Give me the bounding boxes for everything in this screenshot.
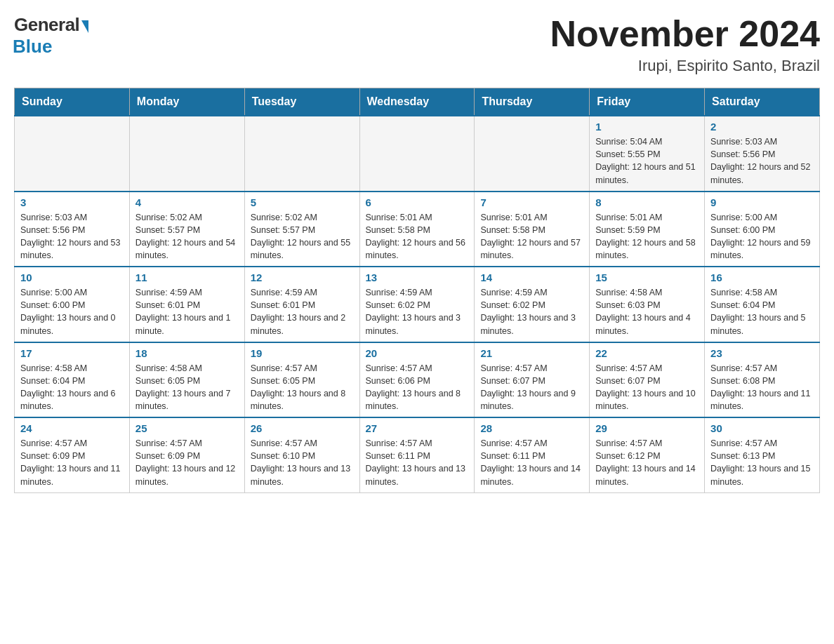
day-info: Sunrise: 4:57 AMSunset: 6:12 PMDaylight:… bbox=[595, 437, 699, 488]
day-of-week-header: Thursday bbox=[475, 88, 590, 116]
calendar-cell: 30Sunrise: 4:57 AMSunset: 6:13 PMDayligh… bbox=[705, 417, 820, 492]
day-info: Sunrise: 4:58 AMSunset: 6:03 PMDaylight:… bbox=[595, 286, 699, 337]
calendar-cell bbox=[244, 116, 359, 192]
day-number: 15 bbox=[595, 271, 699, 283]
day-of-week-header: Tuesday bbox=[244, 88, 359, 116]
day-number: 16 bbox=[710, 271, 814, 283]
page-header: General Blue November 2024 Irupi, Espiri… bbox=[14, 14, 820, 75]
calendar-cell: 10Sunrise: 5:00 AMSunset: 6:00 PMDayligh… bbox=[15, 267, 130, 342]
logo-triangle-icon bbox=[81, 20, 88, 33]
calendar-cell bbox=[359, 116, 475, 192]
logo: General Blue bbox=[14, 14, 88, 58]
calendar-cell: 26Sunrise: 4:57 AMSunset: 6:10 PMDayligh… bbox=[244, 417, 359, 492]
calendar-cell: 2Sunrise: 5:03 AMSunset: 5:56 PMDaylight… bbox=[705, 116, 820, 192]
day-number: 4 bbox=[135, 196, 239, 208]
day-info: Sunrise: 5:02 AMSunset: 5:57 PMDaylight:… bbox=[135, 211, 239, 262]
calendar-cell: 20Sunrise: 4:57 AMSunset: 6:06 PMDayligh… bbox=[359, 342, 475, 418]
logo-blue-text: Blue bbox=[13, 36, 52, 58]
day-info: Sunrise: 4:57 AMSunset: 6:08 PMDaylight:… bbox=[710, 362, 814, 413]
calendar-cell: 5Sunrise: 5:02 AMSunset: 5:57 PMDaylight… bbox=[244, 192, 359, 267]
day-number: 26 bbox=[251, 422, 354, 434]
day-info: Sunrise: 4:57 AMSunset: 6:09 PMDaylight:… bbox=[135, 437, 239, 488]
calendar-week-row: 17Sunrise: 4:58 AMSunset: 6:04 PMDayligh… bbox=[15, 342, 820, 418]
calendar-week-row: 1Sunrise: 5:04 AMSunset: 5:55 PMDaylight… bbox=[15, 116, 820, 192]
day-number: 7 bbox=[480, 196, 583, 208]
calendar-cell: 16Sunrise: 4:58 AMSunset: 6:04 PMDayligh… bbox=[705, 267, 820, 342]
calendar-cell: 15Sunrise: 4:58 AMSunset: 6:03 PMDayligh… bbox=[590, 267, 705, 342]
day-info: Sunrise: 4:57 AMSunset: 6:10 PMDaylight:… bbox=[251, 437, 354, 488]
day-info: Sunrise: 4:58 AMSunset: 6:05 PMDaylight:… bbox=[135, 362, 239, 413]
calendar-cell: 18Sunrise: 4:58 AMSunset: 6:05 PMDayligh… bbox=[129, 342, 244, 418]
day-of-week-header: Wednesday bbox=[359, 88, 475, 116]
calendar-cell: 27Sunrise: 4:57 AMSunset: 6:11 PMDayligh… bbox=[359, 417, 475, 492]
day-number: 2 bbox=[710, 121, 814, 133]
calendar-cell bbox=[15, 116, 130, 192]
day-of-week-header: Monday bbox=[129, 88, 244, 116]
calendar-cell: 1Sunrise: 5:04 AMSunset: 5:55 PMDaylight… bbox=[590, 116, 705, 192]
day-info: Sunrise: 4:57 AMSunset: 6:09 PMDaylight:… bbox=[20, 437, 124, 488]
day-number: 10 bbox=[20, 271, 124, 283]
calendar-cell: 29Sunrise: 4:57 AMSunset: 6:12 PMDayligh… bbox=[590, 417, 705, 492]
day-info: Sunrise: 5:03 AMSunset: 5:56 PMDaylight:… bbox=[20, 211, 124, 262]
logo-general-text: General bbox=[14, 14, 79, 36]
day-number: 27 bbox=[366, 422, 469, 434]
day-number: 12 bbox=[251, 271, 354, 283]
calendar-cell: 17Sunrise: 4:58 AMSunset: 6:04 PMDayligh… bbox=[15, 342, 130, 418]
day-info: Sunrise: 4:59 AMSunset: 6:02 PMDaylight:… bbox=[480, 286, 583, 337]
day-of-week-header: Saturday bbox=[705, 88, 820, 116]
day-number: 9 bbox=[710, 196, 814, 208]
day-info: Sunrise: 5:02 AMSunset: 5:57 PMDaylight:… bbox=[251, 211, 354, 262]
calendar-cell: 6Sunrise: 5:01 AMSunset: 5:58 PMDaylight… bbox=[359, 192, 475, 267]
calendar-cell: 11Sunrise: 4:59 AMSunset: 6:01 PMDayligh… bbox=[129, 267, 244, 342]
day-number: 18 bbox=[135, 347, 239, 359]
day-info: Sunrise: 4:57 AMSunset: 6:11 PMDaylight:… bbox=[366, 437, 469, 488]
calendar-cell: 9Sunrise: 5:00 AMSunset: 6:00 PMDaylight… bbox=[705, 192, 820, 267]
day-info: Sunrise: 4:58 AMSunset: 6:04 PMDaylight:… bbox=[20, 362, 124, 413]
day-number: 29 bbox=[595, 422, 699, 434]
day-info: Sunrise: 5:01 AMSunset: 5:58 PMDaylight:… bbox=[366, 211, 469, 262]
day-number: 28 bbox=[480, 422, 583, 434]
day-info: Sunrise: 4:57 AMSunset: 6:11 PMDaylight:… bbox=[480, 437, 583, 488]
day-number: 20 bbox=[366, 347, 469, 359]
calendar-cell: 21Sunrise: 4:57 AMSunset: 6:07 PMDayligh… bbox=[475, 342, 590, 418]
calendar-cell: 25Sunrise: 4:57 AMSunset: 6:09 PMDayligh… bbox=[129, 417, 244, 492]
day-info: Sunrise: 5:03 AMSunset: 5:56 PMDaylight:… bbox=[710, 135, 814, 187]
day-number: 17 bbox=[20, 347, 124, 359]
day-info: Sunrise: 4:59 AMSunset: 6:01 PMDaylight:… bbox=[135, 286, 239, 337]
day-number: 25 bbox=[135, 422, 239, 434]
day-info: Sunrise: 5:04 AMSunset: 5:55 PMDaylight:… bbox=[595, 135, 699, 187]
calendar-cell: 22Sunrise: 4:57 AMSunset: 6:07 PMDayligh… bbox=[590, 342, 705, 418]
location-text: Irupi, Espirito Santo, Brazil bbox=[550, 57, 820, 75]
day-of-week-header: Friday bbox=[590, 88, 705, 116]
day-number: 19 bbox=[251, 347, 354, 359]
calendar-week-row: 24Sunrise: 4:57 AMSunset: 6:09 PMDayligh… bbox=[15, 417, 820, 492]
day-number: 1 bbox=[595, 121, 699, 133]
calendar-cell: 28Sunrise: 4:57 AMSunset: 6:11 PMDayligh… bbox=[475, 417, 590, 492]
day-number: 8 bbox=[595, 196, 699, 208]
calendar-cell: 24Sunrise: 4:57 AMSunset: 6:09 PMDayligh… bbox=[15, 417, 130, 492]
day-info: Sunrise: 4:59 AMSunset: 6:02 PMDaylight:… bbox=[366, 286, 469, 337]
day-number: 3 bbox=[20, 196, 124, 208]
day-info: Sunrise: 4:57 AMSunset: 6:13 PMDaylight:… bbox=[710, 437, 814, 488]
day-number: 6 bbox=[366, 196, 469, 208]
day-number: 30 bbox=[710, 422, 814, 434]
calendar-cell: 14Sunrise: 4:59 AMSunset: 6:02 PMDayligh… bbox=[475, 267, 590, 342]
day-info: Sunrise: 5:00 AMSunset: 6:00 PMDaylight:… bbox=[20, 286, 124, 337]
calendar-cell bbox=[129, 116, 244, 192]
day-info: Sunrise: 5:01 AMSunset: 5:58 PMDaylight:… bbox=[480, 211, 583, 262]
day-number: 22 bbox=[595, 347, 699, 359]
day-number: 23 bbox=[710, 347, 814, 359]
day-info: Sunrise: 5:01 AMSunset: 5:59 PMDaylight:… bbox=[595, 211, 699, 262]
day-number: 5 bbox=[251, 196, 354, 208]
calendar-cell: 12Sunrise: 4:59 AMSunset: 6:01 PMDayligh… bbox=[244, 267, 359, 342]
day-info: Sunrise: 4:57 AMSunset: 6:07 PMDaylight:… bbox=[595, 362, 699, 413]
day-number: 24 bbox=[20, 422, 124, 434]
calendar-week-row: 3Sunrise: 5:03 AMSunset: 5:56 PMDaylight… bbox=[15, 192, 820, 267]
day-number: 21 bbox=[480, 347, 583, 359]
calendar-cell: 19Sunrise: 4:57 AMSunset: 6:05 PMDayligh… bbox=[244, 342, 359, 418]
day-info: Sunrise: 5:00 AMSunset: 6:00 PMDaylight:… bbox=[710, 211, 814, 262]
day-number: 13 bbox=[366, 271, 469, 283]
day-info: Sunrise: 4:59 AMSunset: 6:01 PMDaylight:… bbox=[251, 286, 354, 337]
calendar-table: SundayMondayTuesdayWednesdayThursdayFrid… bbox=[14, 88, 820, 493]
day-of-week-header: Sunday bbox=[15, 88, 130, 116]
